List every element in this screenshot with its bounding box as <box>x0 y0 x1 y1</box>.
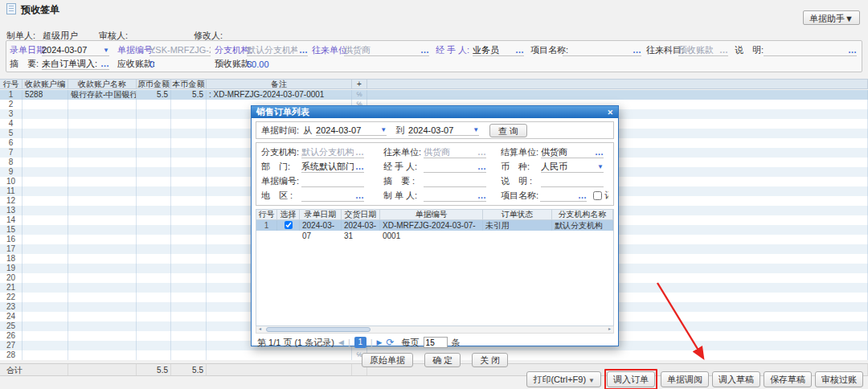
account-name-cell[interactable] <box>68 196 137 206</box>
orig-amount-cell[interactable] <box>137 341 171 350</box>
orig-amount-cell[interactable] <box>137 158 171 167</box>
account-name-cell[interactable] <box>68 273 137 283</box>
account-name-cell[interactable] <box>68 350 137 360</box>
account-name-cell[interactable] <box>68 264 137 273</box>
remark-filter-field[interactable] <box>541 176 604 187</box>
local-amount-cell[interactable] <box>171 109 207 119</box>
note-cell[interactable]: : XD-MRFZJG-2024-03-07-0001 <box>207 90 352 100</box>
lookup-icon[interactable]: … <box>355 190 364 200</box>
counterparty-field[interactable]: 供货商… <box>344 45 429 56</box>
order-column-header[interactable]: 录单日期 <box>300 210 342 219</box>
local-amount-cell[interactable]: 5.5 <box>171 90 207 100</box>
order-column-header[interactable]: 分支机构名称 <box>552 210 613 219</box>
local-amount-cell[interactable] <box>171 293 207 302</box>
print-button[interactable]: 打印(Ctrl+F9)▼ <box>526 371 601 387</box>
orig-amount-cell[interactable] <box>137 196 171 206</box>
orig-amount-cell[interactable] <box>137 177 171 186</box>
orig-amount-cell[interactable] <box>137 109 171 119</box>
account-name-cell[interactable] <box>68 293 137 302</box>
account-no-cell[interactable] <box>23 293 68 302</box>
lookup-icon[interactable]: … <box>595 147 604 157</box>
orig-amount-cell[interactable]: 5.5 <box>137 90 171 100</box>
local-amount-cell[interactable] <box>171 254 207 264</box>
local-amount-cell[interactable] <box>171 225 207 235</box>
lookup-icon[interactable]: … <box>477 162 486 171</box>
account-no-cell[interactable] <box>23 148 68 158</box>
page-size-input[interactable] <box>424 337 448 348</box>
orig-amount-cell[interactable] <box>137 148 171 158</box>
account-no-cell[interactable] <box>23 264 68 273</box>
chevron-down-icon[interactable]: ▼ <box>380 126 387 133</box>
account-name-cell[interactable] <box>68 215 137 225</box>
account-name-cell[interactable] <box>68 235 137 244</box>
local-amount-cell[interactable] <box>171 119 207 129</box>
region-filter-field[interactable]: … <box>301 190 364 202</box>
account-no-cell[interactable] <box>23 129 68 138</box>
orig-amount-cell[interactable] <box>137 312 171 321</box>
local-amount-cell[interactable] <box>171 244 207 254</box>
account-name-cell[interactable] <box>68 109 137 119</box>
local-amount-cell[interactable] <box>171 341 207 350</box>
search-button[interactable]: 查 询 <box>489 124 527 137</box>
order-row[interactable]: 12024-03-072024-03-31XD-MRFZJG-2024-03-0… <box>256 220 613 231</box>
prev-page-icon[interactable]: ◀ <box>338 338 344 346</box>
record-date-cell[interactable]: 2024-03-07 <box>300 220 342 231</box>
orig-amount-cell[interactable] <box>137 283 171 293</box>
local-amount-cell[interactable] <box>171 215 207 225</box>
account-name-cell[interactable] <box>68 283 137 293</box>
orig-amount-cell[interactable] <box>137 244 171 254</box>
close-icon[interactable]: ✕ <box>607 109 613 117</box>
orig-amount-cell[interactable] <box>137 100 171 109</box>
local-amount-cell[interactable] <box>171 167 207 177</box>
account-no-cell[interactable] <box>23 158 68 167</box>
account-no-cell[interactable] <box>23 273 68 283</box>
lookup-icon[interactable]: … <box>633 45 641 55</box>
lookup-icon[interactable]: … <box>477 190 486 200</box>
orig-amount-cell[interactable] <box>137 206 171 215</box>
next-page-icon[interactable]: ▶ <box>377 338 383 346</box>
orig-amount-cell[interactable] <box>137 321 171 331</box>
doc-assistant-button[interactable]: 单据助手▼ <box>803 10 860 25</box>
summary-filter-field[interactable] <box>424 176 486 187</box>
chevron-down-icon[interactable]: ▼ <box>103 47 109 54</box>
account-name-cell[interactable] <box>68 129 137 138</box>
grid-column-header[interactable]: 收款账户编号 <box>23 80 68 88</box>
remember-time-checkbox[interactable] <box>593 191 602 200</box>
account-name-cell[interactable] <box>68 177 137 186</box>
branch-name-cell[interactable]: 默认分支机构 <box>552 220 613 231</box>
order-column-header[interactable]: 订单状态 <box>483 210 552 219</box>
orig-amount-cell[interactable] <box>137 186 171 196</box>
select-cell[interactable] <box>277 220 300 231</box>
account-name-cell[interactable] <box>68 254 137 264</box>
project-field[interactable]: … <box>563 45 641 56</box>
horizontal-scrollbar[interactable]: ◂ ▸ <box>256 326 614 334</box>
settle-unit-filter-field[interactable]: 供货商… <box>541 147 604 158</box>
account-no-cell[interactable]: 5288 <box>23 90 68 100</box>
account-no-cell[interactable] <box>23 109 68 119</box>
account-name-cell[interactable] <box>68 148 137 158</box>
grid-column-header[interactable]: 行号 <box>0 80 23 88</box>
orig-amount-cell[interactable] <box>137 119 171 129</box>
lookup-icon[interactable]: … <box>420 45 429 55</box>
summary-field[interactable]: 来自订单调入: XD-MRF… <box>42 59 109 70</box>
lookup-icon[interactable]: … <box>355 162 364 171</box>
local-amount-cell[interactable] <box>171 331 207 341</box>
account-name-cell[interactable] <box>68 302 137 312</box>
grid-column-header[interactable]: 收款账户名称 <box>68 80 137 88</box>
save-draft-button[interactable]: 保存草稿 <box>764 371 812 387</box>
account-name-cell[interactable]: 银行存款-中国银行 <box>68 90 137 100</box>
orig-amount-cell[interactable] <box>137 273 171 283</box>
account-no-cell[interactable] <box>23 186 68 196</box>
account-no-cell[interactable] <box>23 254 68 264</box>
account-no-cell[interactable] <box>23 206 68 215</box>
orig-amount-cell[interactable] <box>137 225 171 235</box>
orig-amount-cell[interactable] <box>137 215 171 225</box>
account-no-cell[interactable] <box>23 225 68 235</box>
order-column-header[interactable]: 选择 <box>277 210 300 219</box>
close-button[interactable]: 关 闭 <box>472 353 508 367</box>
record-date-field[interactable]: 2024-03-07▼ <box>42 45 109 56</box>
grid-column-header[interactable]: 备注 <box>207 80 352 88</box>
original-doc-button[interactable]: 原始单据 <box>362 353 413 367</box>
doc-review-button[interactable]: 单据调阅 <box>661 371 709 387</box>
account-no-cell[interactable] <box>23 283 68 293</box>
